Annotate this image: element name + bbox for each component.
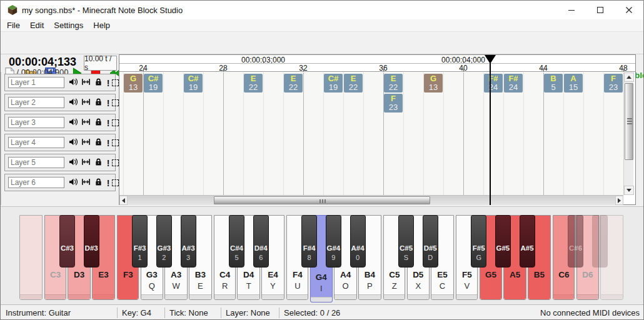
piano-key-D#4[interactable]: D#46 (253, 215, 269, 268)
piano-key-C#4[interactable]: C#45 (229, 215, 244, 268)
piano-key-C#5[interactable]: C#5S (398, 215, 414, 268)
menu-item-file[interactable]: File (2, 19, 25, 31)
pan-button[interactable] (81, 98, 91, 108)
minimize-button[interactable] (557, 1, 586, 19)
horizontal-scroll-thumb[interactable] (214, 196, 430, 204)
layer-name-input[interactable] (8, 97, 64, 108)
volume-button[interactable] (68, 98, 78, 108)
note-grid[interactable]: G13C#19C#19E22E22C#19E22E22F23G13F#24F#2… (119, 72, 623, 195)
volume-button[interactable] (68, 178, 78, 188)
pan-button[interactable] (81, 118, 91, 128)
volume-button[interactable] (68, 78, 78, 88)
pan-icon (81, 78, 91, 89)
layer-name-input[interactable] (8, 137, 64, 148)
maximize-button[interactable] (586, 1, 615, 19)
layer-name-input[interactable] (8, 77, 64, 88)
close-icon (625, 6, 633, 14)
note-block[interactable]: G13 (124, 74, 143, 92)
piano-key-A#4[interactable]: A#40 (350, 215, 366, 268)
piano-key-B2[interactable] (19, 215, 43, 300)
key-shortcut-label: 6 (254, 254, 268, 261)
piano-key-F#3[interactable]: F#31 (132, 215, 148, 268)
lock-button[interactable] (93, 178, 103, 188)
note-block[interactable]: F#24 (504, 74, 523, 92)
tick-ruler[interactable]: 24283236404448 (119, 64, 635, 72)
layer-name-input[interactable] (8, 177, 64, 188)
volume-icon (69, 178, 78, 189)
playhead-marker[interactable] (485, 55, 496, 64)
piano-key-A#3[interactable]: A#33 (181, 215, 196, 268)
tick-mark (223, 69, 224, 71)
menu-item-settings[interactable]: Settings (49, 19, 88, 31)
piano-key-C#3[interactable]: C#3 (59, 215, 75, 268)
piano-key-D#6[interactable] (592, 215, 608, 268)
solo-icon: ! (107, 178, 110, 188)
note-block[interactable]: A15 (564, 74, 583, 92)
layer-name-input[interactable] (8, 157, 64, 168)
lock-button[interactable] (93, 118, 103, 128)
horizontal-scrollbar[interactable] (119, 195, 623, 205)
status-segment: Selected: 0 / 26 (284, 308, 340, 318)
key-note-label: F5 (456, 270, 477, 279)
key-note-label: E5 (431, 270, 453, 279)
menu-item-help[interactable]: Help (88, 19, 115, 31)
scroll-left-button[interactable] (119, 196, 128, 205)
key-shortcut-label: P (359, 281, 381, 291)
piano-key-G#5[interactable]: G#5 (495, 215, 511, 268)
piano-key-C#6[interactable]: C#6 (568, 215, 583, 268)
timeline-ruler[interactable]: 00:00:03;00000:00:04;000 (119, 55, 635, 64)
note-block[interactable]: F23 (384, 94, 403, 112)
piano-key-F#5[interactable]: F#5G (471, 215, 486, 268)
tick-mark (143, 69, 144, 71)
scroll-up-button[interactable] (624, 72, 634, 82)
note-name: E (244, 74, 263, 83)
pan-button[interactable] (81, 138, 91, 148)
note-block[interactable]: F23 (604, 74, 623, 92)
scroll-right-button[interactable] (615, 196, 623, 205)
note-block[interactable]: E22 (284, 74, 303, 92)
scroll-down-button[interactable] (624, 186, 634, 195)
key-note-label: D#5 (423, 244, 438, 252)
piano-key-D#3[interactable]: D#3 (84, 215, 99, 268)
lock-button[interactable] (93, 158, 103, 168)
vertical-scroll-thumb[interactable] (625, 83, 633, 160)
note-block[interactable]: B5 (544, 74, 563, 92)
piano-key-F#4[interactable]: F#48 (301, 215, 317, 268)
note-block[interactable]: E22 (344, 74, 363, 92)
menu-item-edit[interactable]: Edit (25, 19, 49, 31)
pan-button[interactable] (81, 178, 91, 188)
note-block[interactable]: C#19 (184, 74, 203, 92)
lock-button[interactable] (93, 138, 103, 148)
pan-button[interactable] (81, 78, 91, 88)
playhead-line[interactable] (490, 63, 491, 205)
grid-column (523, 72, 543, 195)
pan-button[interactable] (81, 158, 91, 168)
note-block[interactable]: C#19 (324, 74, 343, 92)
piano-key-G#4[interactable]: G#49 (326, 215, 341, 268)
note-block[interactable]: E22 (384, 74, 403, 92)
note-block[interactable]: G13 (424, 74, 443, 92)
volume-button[interactable] (68, 138, 78, 148)
key-shortcut-label: O (335, 281, 356, 291)
piano-key-A#5[interactable]: A#5 (520, 215, 535, 268)
volume-button[interactable] (68, 118, 78, 128)
note-name: B (544, 74, 563, 83)
key-bottom-edge (408, 294, 430, 299)
lock-button[interactable] (93, 78, 103, 88)
note-block[interactable]: C#19 (144, 74, 163, 92)
piano-keyboard: C3D3E3F3G3QA3WB3EC4RD4TE4YF4UG4IA4OB4PC5… (1, 206, 644, 304)
note-block[interactable]: F#24 (484, 74, 503, 92)
lock-button[interactable] (93, 98, 103, 108)
tempo-field[interactable]: 10.00 t / s (84, 56, 117, 71)
close-button[interactable] (615, 1, 643, 19)
piano-key-D#5[interactable]: D#5D (423, 215, 438, 268)
thumb-grip (322, 199, 323, 203)
piano-key-G#3[interactable]: G#32 (156, 215, 172, 268)
volume-button[interactable] (68, 158, 78, 168)
menu-bar: FileEditSettingsHelp (1, 19, 643, 32)
note-key-number: 22 (284, 83, 303, 92)
note-key-number: 13 (124, 83, 143, 92)
note-block[interactable]: E22 (244, 74, 263, 92)
vertical-scrollbar[interactable] (623, 72, 633, 195)
layer-name-input[interactable] (8, 117, 64, 128)
